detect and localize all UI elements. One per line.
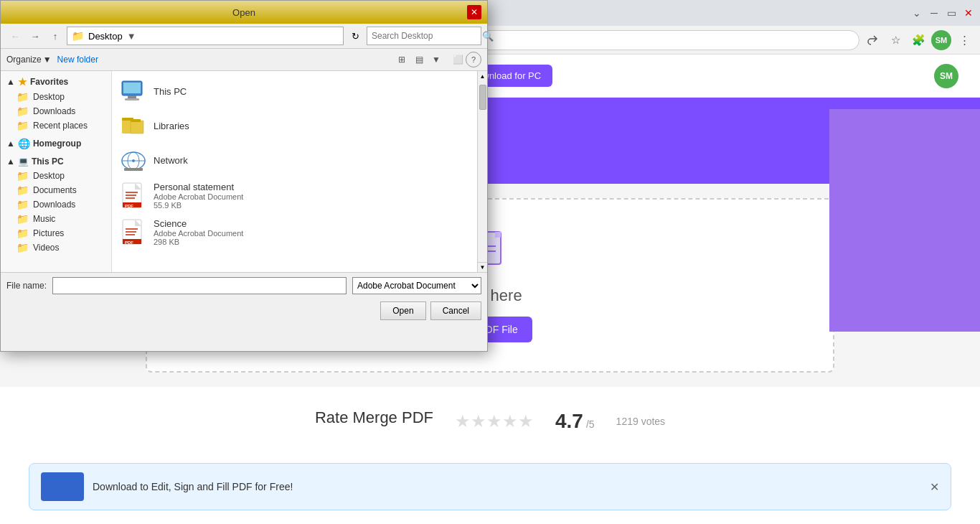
scrollbar-thumb[interactable] xyxy=(479,85,486,110)
file-item-libraries[interactable]: Libraries xyxy=(115,108,484,143)
refresh-button[interactable]: ↻ xyxy=(347,27,364,45)
sidebar-item-recent[interactable]: 📁 Recent places xyxy=(1,118,111,133)
sidebar-pc-documents-label: Documents xyxy=(33,185,77,195)
svg-rect-6 xyxy=(123,83,141,93)
minimize-btn[interactable]: ─ xyxy=(925,4,943,22)
sidebar-homegroup-header[interactable]: ▲ 🌐 Homegroup xyxy=(1,136,111,151)
tab-overflow-btn[interactable]: ⌄ xyxy=(908,4,925,22)
view-list-btn[interactable]: ▤ xyxy=(411,52,427,67)
dialog-close-button[interactable]: ✕ xyxy=(467,5,481,19)
dialog-back-button[interactable]: ← xyxy=(6,27,24,45)
dialog-cancel-button[interactable]: Cancel xyxy=(430,301,481,320)
thispc-expand-icon: ▲ xyxy=(6,156,15,167)
toolbar-icons: ☆ 🧩 SM ⋮ xyxy=(862,30,974,50)
new-folder-button[interactable]: New folder xyxy=(57,55,98,65)
organize-button[interactable]: Organize ▼ xyxy=(6,55,52,65)
sidebar-favorites-section: ▲ ★ Favorites 📁 Desktop 📁 Downloads xyxy=(1,74,111,133)
dialog-forward-button[interactable]: → xyxy=(27,27,44,45)
bookmark-icon[interactable]: ☆ xyxy=(885,30,905,50)
votes-count: 1219 votes xyxy=(616,416,666,427)
header-avatar[interactable]: SM xyxy=(934,64,958,88)
recent-icon: 📁 xyxy=(17,120,29,131)
dialog-footer: File name: Adobe Acrobat Document xyxy=(1,272,487,299)
dialog-up-button[interactable]: ↑ xyxy=(47,27,64,45)
pc-music-icon: 📁 xyxy=(17,213,29,225)
location-dropdown-btn[interactable]: ▼ xyxy=(127,31,140,42)
dialog-overlay: Open ✕ ← → ↑ 📁 Desktop ▼ ↻ 🔍 xyxy=(0,0,488,352)
science-desc: Adobe Acrobat Document xyxy=(154,229,479,238)
sidebar-favorites-header[interactable]: ▲ ★ Favorites xyxy=(1,74,111,90)
sidebar-pc-downloads-label: Downloads xyxy=(33,200,75,210)
pdf-icon-science: PDF xyxy=(121,220,146,245)
svg-rect-12 xyxy=(131,119,141,122)
filename-input[interactable] xyxy=(52,277,347,294)
view-details-btn[interactable]: ⊞ xyxy=(394,52,410,67)
ad-text: Download to Edit, Sign and Fill PDF for … xyxy=(93,481,921,492)
pc-desktop-icon: 📁 xyxy=(17,170,29,182)
svg-rect-11 xyxy=(131,121,143,134)
profile-icon[interactable]: SM xyxy=(931,30,951,50)
sidebar-item-desktop[interactable]: 📁 Desktop xyxy=(1,90,111,104)
vertical-scrollbar[interactable] xyxy=(477,81,487,262)
file-item-personal-statement[interactable]: PDF Personal statement Adobe Acrobat Doc… xyxy=(115,177,484,214)
sidebar-pc-desktop-label: Desktop xyxy=(33,171,65,181)
pc-pictures-icon: 📁 xyxy=(17,228,29,239)
sidebar-thispc-header[interactable]: ▲ 💻 This PC xyxy=(1,154,111,169)
science-size: 298 KB xyxy=(154,238,479,246)
avatar-initials: SM xyxy=(940,71,953,81)
sidebar-pc-desktop[interactable]: 📁 Desktop xyxy=(1,169,111,183)
libraries-name: Libraries xyxy=(154,121,479,131)
personal-statement-name: Personal statement xyxy=(154,182,479,192)
sidebar-pc-music-label: Music xyxy=(33,214,55,224)
sidebar-desktop-label: Desktop xyxy=(33,92,65,102)
preview-pane-btn[interactable]: ⬜ xyxy=(450,52,466,67)
thispc-icon: 💻 xyxy=(18,156,29,167)
libraries-info: Libraries xyxy=(154,121,479,131)
file-item-science[interactable]: PDF Science Adobe Acrobat Document 298 K… xyxy=(115,214,484,251)
sidebar-homegroup-section: ▲ 🌐 Homegroup xyxy=(1,136,111,151)
ad-close-button[interactable]: ✕ xyxy=(930,480,939,494)
star-rating[interactable]: ★★★★★ xyxy=(455,411,534,431)
rating-suffix: /5 xyxy=(586,418,595,430)
filetype-select[interactable]: Adobe Acrobat Document xyxy=(352,277,481,294)
browser-frame: C ContentCar... ✕ P Merge PDF ✕ W How to… xyxy=(0,0,980,524)
sidebar-pc-documents[interactable]: 📁 Documents xyxy=(1,183,111,197)
sidebar-pc-videos-label: Videos xyxy=(33,243,59,253)
libraries-icon xyxy=(121,113,146,139)
homegroup-icon: 🌐 xyxy=(18,138,30,149)
scroll-up-arrow[interactable]: ▲ xyxy=(477,71,487,81)
organize-dropdown-icon: ▼ xyxy=(43,55,52,65)
location-bar[interactable]: 📁 Desktop ▼ xyxy=(67,27,344,45)
sidebar-pc-pictures[interactable]: 📁 Pictures xyxy=(1,226,111,240)
sidebar-homegroup-label: Homegroup xyxy=(33,139,81,149)
sidebar-pc-videos[interactable]: 📁 Videos xyxy=(1,240,111,255)
sidebar-pc-downloads[interactable]: 📁 Downloads xyxy=(1,197,111,212)
restore-btn[interactable]: ▭ xyxy=(943,4,960,22)
share-icon[interactable] xyxy=(862,30,882,50)
organize-label: Organize xyxy=(6,55,42,65)
dialog-toolbar: ← → ↑ 📁 Desktop ▼ ↻ 🔍 xyxy=(1,24,487,49)
help-button[interactable]: ? xyxy=(466,52,481,67)
dialog-open-button[interactable]: Open xyxy=(380,301,425,320)
this-pc-info: This PC xyxy=(154,86,479,97)
view-dropdown-btn[interactable]: ▼ xyxy=(428,52,444,67)
search-input[interactable] xyxy=(372,31,479,41)
sidebar-pc-pictures-label: Pictures xyxy=(33,228,64,238)
extensions-icon[interactable]: 🧩 xyxy=(908,30,928,50)
svg-text:PDF: PDF xyxy=(125,204,133,208)
sidebar-item-downloads[interactable]: 📁 Downloads xyxy=(1,104,111,118)
sidebar-thispc-section: ▲ 💻 This PC 📁 Desktop 📁 Documents xyxy=(1,154,111,255)
sidebar-thispc-label: This PC xyxy=(32,156,64,167)
rating-section: Rate Merge PDF ★★★★★ 4.7 /5 1219 votes xyxy=(0,387,980,456)
dialog-body: ▲ ★ Favorites 📁 Desktop 📁 Downloads xyxy=(1,71,487,272)
file-item-thispc[interactable]: This PC xyxy=(115,74,484,108)
rating-score: 4.7 xyxy=(555,410,583,433)
menu-icon[interactable]: ⋮ xyxy=(954,30,974,50)
sidebar-pc-music[interactable]: 📁 Music xyxy=(1,212,111,226)
pc-documents-icon: 📁 xyxy=(17,184,29,196)
scroll-down-arrow[interactable]: ▼ xyxy=(477,262,487,272)
close-window-btn[interactable]: ✕ xyxy=(960,4,977,22)
svg-rect-7 xyxy=(128,95,136,98)
file-item-network[interactable]: Network xyxy=(115,143,484,177)
search-icon[interactable]: 🔍 xyxy=(482,31,494,42)
